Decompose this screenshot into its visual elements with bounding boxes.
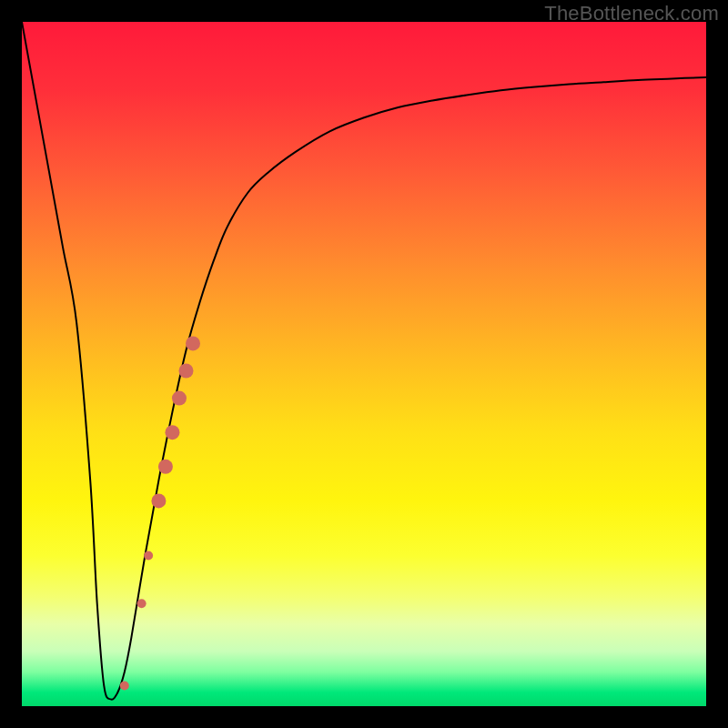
highlight-point: [151, 493, 166, 508]
curve-layer: [22, 22, 706, 706]
highlight-point: [144, 551, 153, 561]
highlight-point: [172, 391, 187, 406]
highlight-point: [120, 681, 129, 690]
highlight-point: [178, 364, 193, 379]
plot-area: [22, 22, 706, 706]
highlight-point: [165, 425, 179, 440]
highlight-point: [186, 336, 200, 350]
chart-frame: TheBottleneck.com: [0, 0, 728, 728]
highlight-point: [137, 599, 147, 608]
highlight-point: [158, 460, 173, 474]
watermark-text: TheBottleneck.com: [544, 2, 719, 25]
bottleneck-curve: [22, 22, 706, 700]
